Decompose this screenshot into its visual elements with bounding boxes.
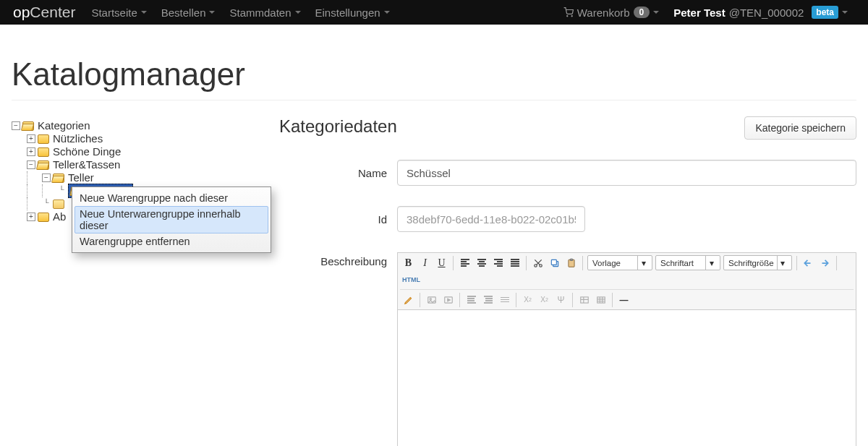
image-button (424, 292, 439, 307)
table2-button (593, 292, 608, 307)
form-heading: Kategoriedaten (279, 116, 397, 137)
copy-button[interactable] (547, 255, 562, 270)
paste-button[interactable] (563, 255, 579, 270)
folder-icon (38, 213, 49, 222)
nav-stammdaten[interactable]: Stammdaten (222, 1, 307, 24)
outdent-button (464, 292, 479, 307)
desc-label: Beschreibung (279, 252, 397, 267)
folder-open-icon (38, 160, 49, 170)
align-left-button[interactable] (457, 255, 472, 270)
redo-button[interactable] (817, 255, 833, 270)
name-label: Name (279, 167, 397, 179)
tree-toggle[interactable]: + (27, 213, 35, 221)
tree-item[interactable]: Teller&Tassen (53, 158, 120, 171)
cart-count-badge: 0 (634, 7, 650, 18)
nav-einstellungen[interactable]: Einstellungen (308, 1, 397, 24)
page-title: Katalogmanager (12, 56, 856, 93)
chevron-down-icon: ▾ (637, 256, 649, 270)
tree-leaf-marker: └ (42, 200, 51, 208)
align-justify-button[interactable] (507, 255, 522, 270)
svg-rect-5 (551, 260, 556, 265)
edit-button[interactable] (401, 292, 416, 307)
name-input[interactable] (397, 160, 856, 186)
tree-item[interactable]: Schöne Dinge (53, 145, 121, 158)
align-center-button[interactable] (474, 255, 489, 270)
template-dropdown[interactable]: Vorlage▾ (587, 255, 652, 270)
tree-toggle[interactable]: + (27, 134, 35, 143)
cart-icon (563, 7, 574, 17)
folder-icon (53, 200, 64, 209)
font-dropdown[interactable]: Schriftart▾ (655, 255, 720, 270)
svg-point-1 (571, 16, 572, 17)
chevron-down-icon: ▾ (705, 256, 717, 270)
italic-button[interactable]: I (417, 255, 433, 270)
media-button (441, 292, 456, 307)
ctx-new-inside[interactable]: Neue Unterwarengruppe innerhalb dieser (75, 206, 268, 233)
id-label: Id (279, 213, 397, 226)
context-menu: Neue Warengruppe nach dieser Neue Unterw… (72, 186, 271, 253)
folder-open-icon (53, 173, 64, 183)
fontsize-dropdown[interactable]: Schriftgröße▾ (723, 255, 792, 270)
brand-op: op (13, 4, 30, 20)
nav-bestellen[interactable]: Bestellen (154, 1, 223, 24)
tree-item[interactable]: Teller (68, 171, 94, 184)
brand-center: Center (30, 4, 75, 20)
caret-icon (842, 11, 848, 14)
caret-icon (209, 11, 215, 14)
tree-leaf-marker: └ (57, 186, 66, 195)
tree-toggle[interactable]: + (27, 147, 35, 156)
id-input (397, 206, 585, 232)
symbol-button: Ψ (553, 292, 569, 307)
caret-icon (141, 11, 147, 14)
tree-root[interactable]: Kategorien (38, 119, 90, 132)
svg-rect-7 (570, 259, 573, 260)
superscript-button: X2 (520, 292, 535, 307)
tree-item[interactable]: Ab (53, 210, 66, 223)
list-button (497, 292, 512, 307)
folder-icon (38, 147, 49, 157)
navbar: opCenter Startseite Bestellen Stammdaten… (0, 0, 868, 25)
folder-icon (38, 134, 49, 144)
undo-button[interactable] (801, 255, 816, 270)
svg-point-9 (430, 298, 431, 299)
tree-toggle[interactable]: − (42, 173, 51, 182)
folder-open-icon (22, 121, 34, 131)
editor-body[interactable] (397, 310, 856, 446)
nav-user[interactable]: Peter Test@TEN_000002 beta (666, 1, 855, 24)
caret-icon (295, 11, 301, 14)
ctx-remove[interactable]: Warengruppe entfernen (75, 233, 268, 249)
nav-startseite[interactable]: Startseite (84, 1, 153, 24)
svg-rect-12 (597, 296, 605, 302)
nav-warenkorb[interactable]: Warenkorb 0 (556, 1, 667, 24)
align-right-button[interactable] (490, 255, 506, 270)
caret-icon (384, 11, 390, 14)
caret-icon (653, 11, 659, 14)
subscript-button: X2 (537, 292, 552, 307)
beta-badge: beta (812, 6, 838, 19)
indent-button (480, 292, 495, 307)
category-tree: − Kategorien + Nützliches + Schöne Dinge (12, 115, 265, 446)
hr-button[interactable]: — (616, 292, 631, 307)
table-button (576, 292, 592, 307)
tree-item[interactable]: Nützliches (53, 132, 103, 145)
tree-toggle[interactable]: − (12, 121, 20, 130)
editor-toolbar: B I U (397, 252, 856, 310)
cut-button[interactable] (530, 255, 545, 270)
save-category-button[interactable]: Kategorie speichern (744, 116, 856, 140)
chevron-down-icon: ▾ (777, 256, 788, 270)
html-source-button[interactable]: HTML (401, 272, 422, 287)
bold-button[interactable]: B (401, 255, 416, 270)
tree-toggle[interactable]: − (27, 160, 35, 169)
svg-point-0 (566, 16, 567, 17)
ctx-new-after[interactable]: Neue Warengruppe nach dieser (75, 190, 268, 206)
brand[interactable]: opCenter (13, 4, 75, 21)
underline-button[interactable]: U (434, 255, 449, 270)
